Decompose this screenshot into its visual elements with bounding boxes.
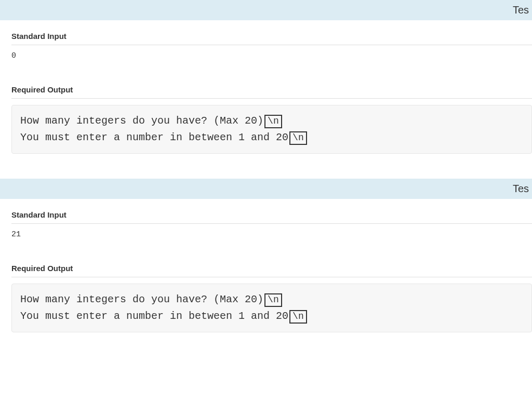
test-header: Tes (0, 179, 532, 199)
newline-marker: \n (289, 310, 307, 324)
spacer (0, 169, 532, 179)
output-text: You must enter a number in between 1 and… (20, 310, 288, 322)
test-content: Standard Input 21 Required Output How ma… (0, 199, 532, 348)
newline-marker: \n (264, 115, 282, 128)
newline-marker: \n (289, 131, 307, 145)
standard-input-value: 21 (11, 230, 532, 239)
output-text: You must enter a number in between 1 and… (20, 131, 288, 143)
standard-input-value: 0 (11, 51, 532, 60)
output-line: You must enter a number in between 1 and… (20, 308, 523, 325)
standard-input-heading: Standard Input (11, 32, 532, 45)
required-output-box: How many integers do you have? (Max 20)\… (11, 284, 532, 332)
test-header: Tes (0, 0, 532, 20)
newline-marker: \n (264, 293, 282, 307)
test-content: Standard Input 0 Required Output How man… (0, 20, 532, 169)
output-text: How many integers do you have? (Max 20) (20, 293, 263, 305)
required-output-heading: Required Output (11, 85, 532, 99)
output-line: How many integers do you have? (Max 20)\… (20, 113, 523, 129)
output-line: How many integers do you have? (Max 20)\… (20, 291, 523, 308)
output-line: You must enter a number in between 1 and… (20, 129, 523, 146)
required-output-heading: Required Output (11, 264, 532, 277)
standard-input-heading: Standard Input (11, 210, 532, 224)
output-text: How many integers do you have? (Max 20) (20, 115, 263, 127)
required-output-box: How many integers do you have? (Max 20)\… (11, 105, 532, 154)
